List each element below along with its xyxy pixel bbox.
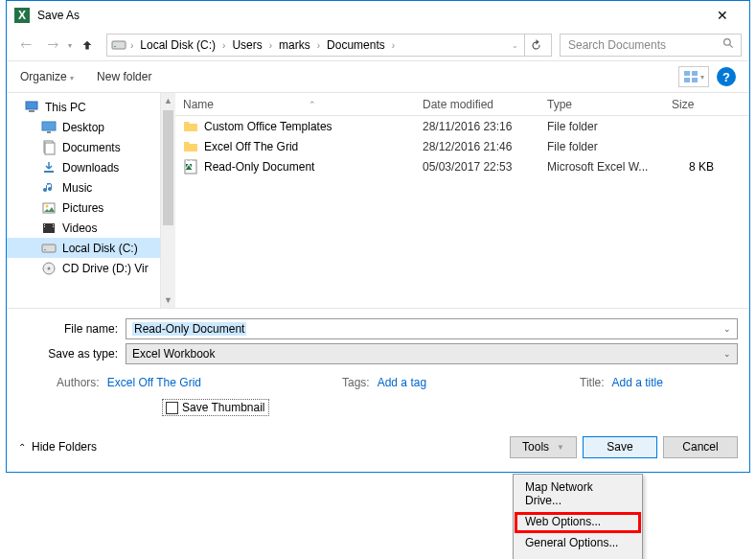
filename-input[interactable]: Read-Only Document ⌄ — [126, 318, 738, 339]
svg-rect-2 — [112, 41, 126, 49]
search-box[interactable] — [560, 34, 742, 57]
sidebar-item-localdisk[interactable]: Local Disk (C:) — [7, 238, 160, 258]
forward-button[interactable]: 🡒 — [41, 34, 64, 57]
svg-rect-20 — [44, 224, 45, 225]
savetype-label: Save as type: — [18, 347, 126, 361]
svg-text:X: X — [18, 9, 26, 22]
tags-label: Tags: — [342, 376, 370, 389]
breadcrumb-segment[interactable]: marks — [276, 38, 313, 52]
file-list: Name⌃ Date modified Type Size Custom Off… — [175, 93, 749, 308]
disk-icon — [111, 37, 126, 53]
tools-button[interactable]: Tools ▼ — [510, 436, 577, 458]
column-date[interactable]: Date modified — [415, 98, 539, 111]
back-button[interactable]: 🡐 — [14, 34, 37, 57]
column-size[interactable]: Size — [664, 98, 722, 111]
scroll-down-icon[interactable]: ▼ — [161, 292, 175, 308]
button-row: ⌃ Hide Folders Tools ▼ Save Cancel — [7, 429, 749, 466]
cd-icon — [41, 261, 57, 276]
window-title: Save As — [37, 9, 703, 22]
svg-rect-6 — [684, 71, 690, 76]
music-icon — [41, 180, 57, 196]
sidebar-label: Music — [62, 181, 92, 195]
organize-menu[interactable]: Organize ▾ — [20, 70, 74, 83]
column-type[interactable]: Type — [539, 98, 664, 111]
save-button[interactable]: Save — [583, 436, 657, 458]
help-button[interactable]: ? — [717, 67, 736, 86]
breadcrumb[interactable]: › Local Disk (C:) › Users › marks › Docu… — [106, 34, 552, 57]
breadcrumb-segment[interactable]: Local Disk (C:) — [137, 38, 218, 52]
svg-rect-23 — [53, 226, 54, 227]
save-thumbnail-checkbox[interactable]: Save Thumbnail — [162, 399, 269, 416]
hide-folders-button[interactable]: ⌃ Hide Folders — [18, 440, 97, 454]
file-row[interactable]: Custom Office Templates 28/11/2016 23:16… — [175, 116, 749, 136]
new-folder-button[interactable]: New folder — [97, 70, 151, 83]
main-area: This PC Desktop Documents Downloads Musi… — [7, 93, 749, 308]
up-button[interactable] — [76, 34, 99, 57]
menu-item-compress-pictures[interactable]: Compress Pictures... — [515, 553, 640, 559]
file-date: 28/12/2016 21:46 — [415, 140, 539, 153]
sidebar-label: CD Drive (D:) Vir — [62, 262, 149, 275]
sidebar-item-downloads[interactable]: Downloads — [7, 157, 160, 177]
svg-point-18 — [46, 204, 49, 207]
close-button[interactable]: ✕ — [703, 8, 742, 23]
svg-rect-7 — [692, 71, 698, 76]
view-mode-button[interactable]: ▾ — [678, 66, 709, 87]
breadcrumb-dropdown-icon[interactable]: ⌄ — [512, 41, 518, 50]
navigation-pane: This PC Desktop Documents Downloads Musi… — [7, 93, 160, 308]
sidebar-item-pictures[interactable]: Pictures — [7, 198, 160, 218]
cancel-button[interactable]: Cancel — [663, 436, 738, 458]
filename-label: File name: — [18, 322, 126, 336]
sidebar-item-desktop[interactable]: Desktop — [7, 117, 160, 137]
title-label: Title: — [580, 376, 605, 389]
refresh-button[interactable] — [524, 34, 547, 57]
scroll-up-icon[interactable]: ▲ — [161, 93, 175, 108]
file-list-header: Name⌃ Date modified Type Size — [175, 93, 749, 116]
tags-value[interactable]: Add a tag — [378, 376, 426, 389]
file-row[interactable]: XRead-Only Document 05/03/2017 22:53 Mic… — [175, 156, 749, 176]
folder-icon — [183, 139, 198, 154]
command-bar: Organize ▾ New folder ▾ ? — [7, 60, 749, 93]
search-icon — [722, 37, 735, 53]
title-value[interactable]: Add a title — [612, 376, 663, 389]
file-row[interactable]: Excel Off The Grid 28/12/2016 21:46 File… — [175, 136, 749, 156]
save-form: File name: Read-Only Document ⌄ Save as … — [7, 308, 749, 429]
sidebar-item-documents[interactable]: Documents — [7, 137, 160, 157]
sidebar-item-thispc[interactable]: This PC — [7, 97, 160, 117]
search-input[interactable] — [566, 37, 722, 53]
menu-item-map-network-drive[interactable]: Map Network Drive... — [515, 477, 640, 511]
file-type: File folder — [539, 140, 664, 153]
column-name[interactable]: Name⌃ — [175, 98, 415, 111]
excel-app-icon: X — [14, 8, 30, 23]
scrollbar-thumb[interactable] — [163, 110, 173, 225]
sidebar-label: Pictures — [62, 201, 103, 215]
svg-rect-3 — [114, 46, 116, 47]
file-size: 8 KB — [664, 160, 722, 174]
sidebar-scrollbar[interactable]: ▲ ▼ — [160, 93, 175, 308]
tools-dropdown-menu: Map Network Drive... Web Options... Gene… — [513, 474, 643, 559]
file-date: 05/03/2017 22:53 — [415, 160, 539, 174]
save-as-dialog: X Save As ✕ 🡐 🡒 ▾ › Local Disk (C:) › Us… — [6, 0, 750, 473]
breadcrumb-separator: › — [315, 40, 322, 51]
svg-rect-9 — [692, 78, 698, 82]
svg-point-27 — [48, 267, 51, 269]
sidebar-label: Desktop — [62, 121, 104, 134]
breadcrumb-separator: › — [128, 40, 135, 51]
svg-rect-13 — [47, 131, 51, 133]
sidebar-item-cddrive[interactable]: CD Drive (D:) Vir — [7, 258, 160, 278]
chevron-down-icon[interactable]: ⌄ — [723, 324, 731, 334]
sidebar-label: Downloads — [62, 161, 119, 175]
navigation-bar: 🡐 🡒 ▾ › Local Disk (C:) › Users › marks … — [7, 30, 749, 60]
desktop-icon — [41, 120, 57, 135]
svg-text:X: X — [185, 159, 193, 172]
sidebar-item-music[interactable]: Music — [7, 177, 160, 198]
menu-item-general-options[interactable]: General Options... — [515, 532, 640, 553]
authors-value[interactable]: Excel Off The Grid — [107, 376, 201, 389]
breadcrumb-segment[interactable]: Documents — [324, 38, 388, 52]
savetype-dropdown[interactable]: Excel Workbook ⌄ — [126, 343, 738, 364]
breadcrumb-segment[interactable]: Users — [229, 38, 264, 52]
sidebar-item-videos[interactable]: Videos — [7, 218, 160, 238]
menu-item-web-options[interactable]: Web Options... — [515, 511, 640, 532]
chevron-down-icon[interactable]: ⌄ — [723, 349, 731, 359]
history-dropdown-icon[interactable]: ▾ — [68, 41, 72, 50]
file-type: File folder — [539, 120, 664, 133]
